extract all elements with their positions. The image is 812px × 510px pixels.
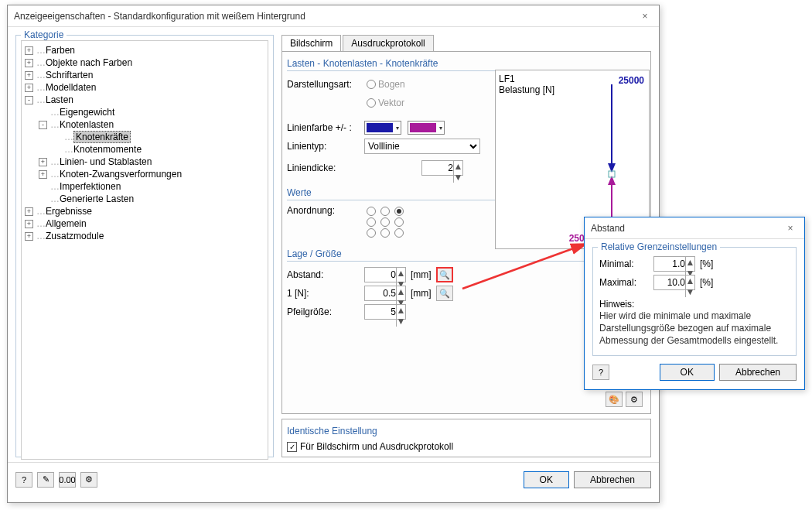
minimal-unit: [%] — [700, 258, 713, 269]
linienfarbe-label: Linienfarbe +/- : — [287, 122, 364, 133]
liniendicke-stepper[interactable]: 2▲▼ — [421, 160, 463, 176]
settings-icon[interactable]: ⚙ — [626, 392, 643, 407]
tree-item[interactable]: … Generierte Lasten — [25, 193, 264, 205]
n1-detail-button[interactable]: 🔍 — [436, 286, 453, 301]
tree-item[interactable]: -… Knotenlasten — [25, 118, 264, 131]
tab-print[interactable]: Ausdruckprotokoll — [343, 35, 433, 51]
linientyp-label: Linientyp: — [287, 141, 364, 152]
subdialog-title: Abstand — [591, 223, 783, 234]
subdialog-ok-button[interactable]: OK — [660, 364, 715, 381]
tree-item[interactable]: … Imperfektionen — [25, 180, 264, 193]
identical-checkbox[interactable]: ✓ — [287, 442, 297, 452]
n1-label: 1 [N]: — [287, 288, 364, 299]
liniendicke-label: Liniendicke: — [287, 163, 364, 173]
minimal-label: Minimal: — [599, 258, 653, 269]
library-icon[interactable]: ⚙ — [80, 472, 97, 488]
maximal-unit: [%] — [700, 277, 713, 288]
tree-item[interactable]: -… Lasten — [25, 94, 264, 106]
pfeilgroesse-label: Pfeilgröße: — [287, 306, 364, 317]
n1-stepper[interactable]: 0.5▲▼ — [364, 286, 406, 301]
anordnung-grid[interactable] — [364, 205, 406, 238]
tree-item[interactable]: +… Objekte nach Farben — [25, 56, 264, 69]
titlebar: Anzeigeeigenschaften - Standardkonfigura… — [8, 5, 659, 27]
tree-item[interactable]: +… Schriftarten — [25, 69, 264, 81]
tree-item[interactable]: … Knotenkräfte — [25, 131, 264, 143]
minimal-stepper[interactable]: 1.0▲▼ — [653, 256, 695, 272]
darstellungsart-label: Darstellungsart: — [287, 79, 364, 90]
edit-icon[interactable]: ✎ — [37, 472, 54, 488]
identical-checkbox-label: Für Bildschirm und Ausdruckprotokoll — [300, 441, 453, 452]
hinweis-text: Hier wird die minimale und maximale Dars… — [599, 310, 790, 347]
n1-unit: [mm] — [411, 288, 432, 299]
radio-bogen[interactable] — [367, 80, 376, 89]
pfeilgroesse-stepper[interactable]: 5▲▼ — [364, 304, 406, 320]
maximal-label: Maximal: — [599, 277, 653, 288]
abstand-label: Abstand: — [287, 269, 364, 280]
decimals-icon[interactable]: 0.00 — [59, 472, 76, 488]
category-label: Kategorie — [21, 29, 67, 40]
tree-item[interactable]: … Knotenmomente — [25, 143, 264, 156]
bogen-label: Bogen — [378, 79, 405, 90]
hinweis-label: Hinweis: — [599, 299, 790, 310]
subdialog-help-icon[interactable]: ? — [592, 365, 609, 380]
linientyp-select[interactable]: Volllinie — [364, 139, 480, 154]
cancel-button[interactable]: Abbrechen — [574, 471, 651, 488]
tree-item[interactable]: +… Zusatzmodule — [25, 230, 264, 242]
subdialog-cancel-button[interactable]: Abbrechen — [719, 364, 797, 381]
category-tree[interactable]: +… Farben+… Objekte nach Farben+… Schrif… — [21, 40, 268, 460]
radio-vektor[interactable] — [367, 98, 376, 108]
tree-item[interactable]: … Eigengewicht — [25, 106, 264, 118]
color-plus-dropdown[interactable]: ▾ — [364, 121, 401, 135]
tree-item[interactable]: +… Modelldaten — [25, 81, 264, 94]
vektor-label: Vektor — [378, 98, 404, 108]
help-icon[interactable]: ? — [15, 472, 32, 488]
abstand-unit: [mm] — [411, 269, 432, 280]
tab-screen[interactable]: Bildschirm — [281, 35, 341, 51]
tree-item[interactable]: +… Allgemein — [25, 217, 264, 230]
tree-item[interactable]: +… Ergebnisse — [25, 205, 264, 217]
color-config-icon[interactable]: 🎨 — [606, 392, 623, 407]
ok-button[interactable]: OK — [524, 471, 569, 488]
tree-item[interactable]: +… Farben — [25, 44, 264, 56]
subdialog-close-icon[interactable]: × — [783, 223, 798, 234]
window-title: Anzeigeeigenschaften - Standardkonfigura… — [14, 11, 637, 22]
abstand-stepper[interactable]: 0▲▼ — [364, 267, 406, 282]
identical-header: Identische Einstellung — [287, 424, 646, 438]
tree-item[interactable]: +… Knoten-Zwangsverformungen — [25, 168, 264, 180]
abstand-dialog: Abstand × Relative Grenzeinstellungen Mi… — [584, 217, 805, 390]
maximal-stepper[interactable]: 10.0▲▼ — [653, 275, 695, 290]
color-minus-dropdown[interactable]: ▾ — [408, 121, 445, 135]
abstand-detail-button[interactable]: 🔍 — [436, 267, 453, 282]
identical-checkbox-row[interactable]: ✓ Für Bildschirm und Ausdruckprotokoll — [287, 441, 646, 452]
relative-limits-label: Relative Grenzeinstellungen — [598, 241, 720, 252]
close-icon[interactable]: × — [637, 11, 653, 22]
anordnung-label: Anordnung: — [287, 205, 364, 216]
tree-item[interactable]: +… Linien- und Stablasten — [25, 156, 264, 168]
